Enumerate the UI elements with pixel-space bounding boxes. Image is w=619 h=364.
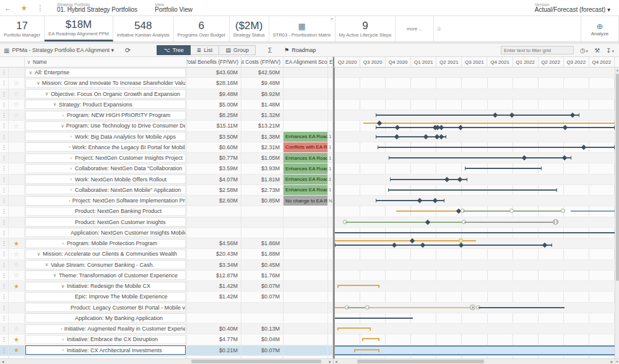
expand-icon[interactable]: › (69, 144, 71, 150)
quarter-header[interactable]: Q2 2021 (436, 57, 462, 67)
kpi-tile-2[interactable]: $18MEA Roadmap Alignment PPM (45, 16, 113, 41)
view-button-group[interactable]: ▤Group (219, 45, 256, 55)
row-menu-icon[interactable]: ⋮ (0, 249, 9, 259)
row-star-icon[interactable]: ☆ (9, 324, 25, 334)
grid-row[interactable]: ⋮★›Initiative: Embrace the CX Disruption… (0, 334, 333, 345)
milestone-diamond[interactable] (417, 198, 422, 203)
milestone-diamond[interactable] (410, 238, 415, 243)
timeline-bar[interactable] (396, 210, 459, 212)
name-box[interactable]: ›Project: NextGen Software Implementatio… (25, 196, 186, 206)
row-menu-icon[interactable]: ⋮ (0, 142, 9, 153)
gantt-row[interactable] (335, 313, 615, 324)
expand-icon[interactable]: › (61, 337, 65, 342)
quarter-header[interactable]: Q1 2021 (411, 57, 436, 67)
expand-icon[interactable]: › (69, 198, 71, 204)
milestone-diamond[interactable] (563, 125, 568, 130)
gantt-row[interactable] (335, 196, 615, 206)
row-menu-icon[interactable]: ⋮ (0, 345, 9, 356)
export-download-icon[interactable]: ↧▾ (606, 47, 614, 54)
milestone-diamond[interactable] (425, 219, 430, 224)
kpi-tile-1[interactable]: 17Portfolio Manager (0, 16, 45, 41)
row-star-icon[interactable]: ☆ (9, 78, 25, 89)
sum-icon[interactable]: Σ (268, 47, 272, 54)
initiative-span-bar[interactable] (354, 349, 379, 352)
quarter-header[interactable]: Q2 2022 (539, 57, 564, 67)
phase-circle[interactable] (561, 209, 565, 213)
roadmap-toggle[interactable]: ⚑ Roadmap (284, 47, 316, 53)
kpi-tile-7[interactable]: 9My Active Lifecycle Steps (335, 16, 396, 41)
row-star-icon[interactable] (9, 67, 25, 78)
grid-row[interactable]: ⋮›Work: Big Data Analytics for Mobile Ap… (0, 132, 333, 142)
name-box[interactable]: Product: NextGen Customer Insights (25, 217, 186, 227)
filter-grid-input[interactable] (501, 46, 574, 54)
row-star-icon[interactable]: ☆ (9, 89, 25, 100)
name-box[interactable]: Product: NextGen Banking Product (25, 207, 186, 216)
row-menu-icon[interactable]: ⋮ (0, 303, 9, 313)
name-box[interactable]: ›Project: NextGen Customer Insights Proj… (25, 154, 186, 163)
timeline-bar[interactable] (368, 307, 472, 308)
grid-row[interactable]: ⋮Epic: Improve The Mobile Experience$1.4… (0, 292, 333, 302)
quarter-header[interactable]: Q1 2022 (513, 57, 539, 67)
gantt-row[interactable] (335, 206, 615, 217)
scroll-up-icon[interactable]: ▲ (615, 67, 619, 73)
row-star-icon[interactable] (9, 163, 25, 174)
gantt-row[interactable] (335, 121, 615, 131)
expand-icon[interactable]: › (69, 155, 73, 161)
row-menu-icon[interactable]: ⋮ (0, 89, 9, 100)
row-star-icon[interactable]: ☆ (9, 249, 25, 259)
gantt-row[interactable] (335, 89, 615, 100)
grid-scroll-right-icon[interactable]: ▶ (327, 359, 333, 364)
milestone-diamond[interactable] (493, 113, 498, 118)
grid-row[interactable]: ⋮★›Program: Mobile Protection Program$4.… (0, 238, 333, 249)
collapse-icon[interactable]: ∨ (37, 251, 41, 257)
name-box[interactable]: ›Collaborative: NextGen Mobile" Applicat… (25, 185, 186, 194)
timeline-bar[interactable] (478, 307, 565, 308)
milestone-diamond[interactable] (444, 176, 449, 181)
milestone-diamond[interactable] (562, 155, 567, 160)
gantt-row[interactable] (335, 334, 615, 345)
pause-icon[interactable]: ❙❙ (553, 219, 558, 225)
gantt-scroll-right-icon[interactable]: ▶ (609, 359, 615, 364)
gantt-row[interactable] (335, 249, 615, 259)
milestone-diamond[interactable] (439, 134, 444, 139)
milestone-diamond[interactable] (509, 113, 514, 118)
row-star-icon[interactable] (9, 292, 25, 302)
name-box[interactable]: Application: NextGen Customer Insights M… (25, 228, 186, 237)
name-box[interactable]: ›Initiative: Embrace the CX Disruption (25, 335, 186, 344)
initiative-span-bar[interactable] (337, 285, 379, 288)
gantt-row[interactable]: ■ (335, 303, 615, 313)
timeline-bar[interactable] (390, 179, 467, 180)
row-menu-icon[interactable]: ⋮ (0, 281, 9, 292)
timeline-bar[interactable] (345, 222, 464, 223)
milestone-diamond[interactable] (458, 125, 463, 130)
name-box[interactable]: ∨Theme: Transformation of Customer Exper… (25, 271, 186, 280)
quarter-header[interactable]: Q2 2020 (335, 57, 360, 67)
grid-hscroll-thumb[interactable] (191, 360, 321, 363)
timeline-bar[interactable] (335, 232, 615, 233)
dataset-selector[interactable]: ▦ PPMa - Strategy Portfolio EA Alignment… (4, 47, 114, 54)
row-menu-icon[interactable]: ⋮ (0, 238, 9, 249)
row-menu-icon[interactable]: ⋮ (0, 110, 9, 121)
initiative-span-bar[interactable] (362, 338, 379, 341)
grid-row[interactable]: ⋮›Collaborative: NextGen Data "Collabora… (0, 163, 333, 174)
expand-icon[interactable]: › (69, 134, 73, 139)
grid-row[interactable]: ⋮☆∨Program: Use Technology to Drive Cons… (0, 121, 333, 131)
timeline-bar[interactable] (571, 210, 615, 212)
expand-icon[interactable]: › (61, 347, 65, 353)
row-star-icon[interactable] (9, 217, 25, 228)
grid-row[interactable]: ⋮›Project: NextGen Software Implementati… (0, 196, 333, 206)
row-star-icon[interactable]: ☆ (9, 260, 25, 271)
view-button-list[interactable]: ≣List (191, 45, 220, 55)
milestone-diamond[interactable] (457, 176, 462, 181)
grid-scroll-left-icon[interactable]: ◀ (0, 359, 6, 364)
quarter-header[interactable]: Q4 2020 (386, 57, 411, 67)
gantt-row[interactable] (335, 67, 615, 78)
row-star-icon[interactable] (9, 228, 25, 238)
refresh-icon[interactable]: ⟳ (125, 46, 131, 54)
name-box[interactable]: ∨Objective: Focus On Organic Growth and … (25, 89, 186, 98)
expand-icon[interactable]: › (61, 326, 63, 332)
vertical-scrollbar[interactable]: ▲ (615, 67, 619, 359)
view-button-tree[interactable]: ⌥Tree (157, 45, 191, 55)
row-star-icon[interactable] (9, 132, 25, 142)
row-menu-icon[interactable]: ⋮ (0, 228, 9, 238)
